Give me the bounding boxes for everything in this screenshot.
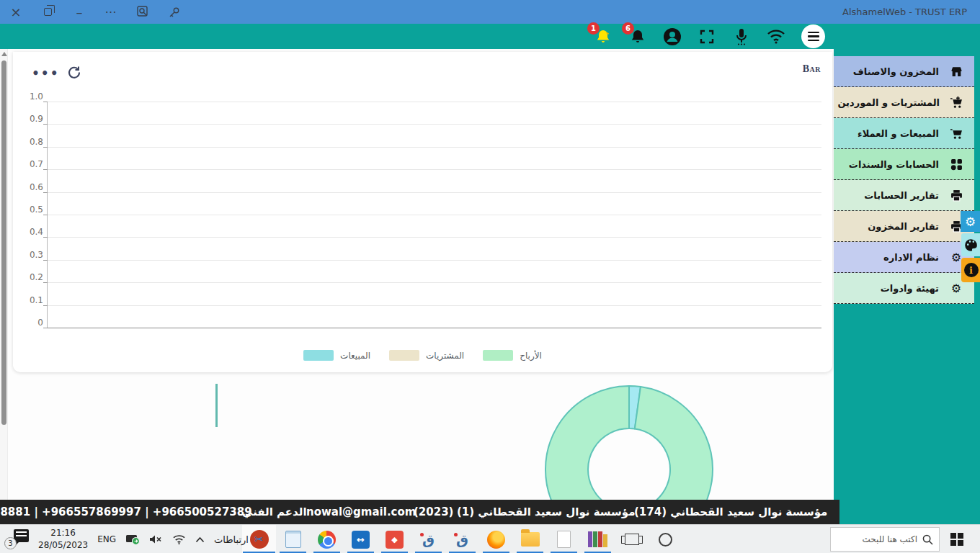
y-tick-label: 0.4	[14, 227, 43, 237]
scissors-icon: ✂	[250, 530, 269, 549]
cortana-icon	[659, 533, 672, 547]
support-email: nowal@gmail.com	[306, 500, 416, 524]
y-tick-label: 0.1	[14, 295, 43, 305]
taskbar-app-remote[interactable]: ◆	[378, 525, 411, 553]
y-tick-mark	[43, 305, 48, 306]
language-indicator[interactable]: ENG	[97, 534, 116, 544]
printer-icon	[950, 189, 963, 202]
legend-item-sales[interactable]: المبيعات	[303, 350, 370, 361]
alerts-bell-icon[interactable]: 1	[594, 27, 612, 46]
taskbar-clock[interactable]: 21:16 28/05/2023	[38, 527, 88, 552]
alshamel-logo-icon: ق	[422, 533, 435, 547]
sidebar-item-admin-system[interactable]: نظام الاداره ⚙	[834, 242, 974, 273]
notifications-badge: 6	[622, 22, 634, 35]
task-view-icon	[625, 534, 639, 545]
x-axis-line	[48, 328, 821, 328]
y-tick-mark	[43, 260, 48, 261]
company-1-label: مؤسسة نوال سعيد القحطاني (1)	[457, 500, 635, 524]
window-titlebar: × – ⋯ AlshamelWeb - TRUST ERP	[0, 0, 980, 24]
sidebar-item-sales-customers[interactable]: المبيعات و العملاء	[834, 118, 974, 149]
preview-search-icon[interactable]	[127, 0, 159, 24]
taskbar-app-alshamel-2[interactable]: ق	[445, 525, 479, 553]
close-icon[interactable]: ×	[0, 0, 32, 24]
y-tick-label: 0.6	[14, 182, 43, 192]
sidebar-item-inventory-reports[interactable]: تقارير المخزون	[834, 211, 974, 242]
cart-plus-icon	[950, 96, 963, 109]
purchases-legend-swatch	[389, 350, 419, 361]
fullscreen-icon[interactable]	[698, 27, 716, 46]
donut-chart[interactable]	[543, 383, 716, 500]
gridline	[48, 260, 821, 261]
links-toolbar-label[interactable]: ارتباطات	[214, 534, 249, 545]
volume-muted-icon[interactable]	[149, 534, 163, 545]
more-options-icon[interactable]: ⋯	[95, 0, 127, 24]
chart-menu-dots[interactable]: •••	[32, 66, 60, 81]
info-icon: i	[964, 263, 979, 277]
sidebar-item-inventory[interactable]: المخزون والاصناف	[834, 56, 974, 87]
firefox-icon	[487, 531, 505, 549]
menu-hamburger-icon[interactable]	[801, 24, 825, 48]
search-input[interactable]	[838, 534, 917, 544]
taskbar-app-document[interactable]	[547, 525, 581, 553]
restore-icon[interactable]	[32, 0, 63, 24]
legend-item-purchases[interactable]: المشتريات	[389, 350, 464, 361]
scrollbar-up-arrow[interactable]	[1, 52, 7, 56]
taskbar-app-teamviewer[interactable]: ↔	[344, 525, 378, 553]
action-center-icon[interactable]: 3	[4, 529, 29, 549]
info-button[interactable]: i	[961, 258, 980, 282]
notifications-bell-icon[interactable]: 6	[628, 27, 647, 46]
taskbar-app-chrome[interactable]	[310, 525, 344, 553]
y-tick-mark	[43, 215, 48, 215]
alerts-badge: 1	[587, 22, 600, 35]
cortana-button[interactable]	[649, 525, 682, 553]
sidebar-item-purchases-suppliers[interactable]: المشتريات و الموردين	[834, 87, 974, 118]
sidebar-item-setup-tools[interactable]: تهيئة وادوات ⚙	[834, 273, 974, 304]
wifi-tray-icon[interactable]	[172, 534, 186, 545]
y-tick-mark	[43, 147, 48, 148]
y-tick-mark	[43, 282, 48, 283]
company-174-label: مؤسسة نوال سعيد القحطاني (174)	[634, 500, 827, 524]
company-info-bar: مؤسسة نوال سعيد القحطاني (174) مؤسسة نوا…	[0, 500, 839, 524]
display-security-icon[interactable]	[125, 534, 140, 545]
theme-palette-button[interactable]	[961, 233, 980, 256]
user-avatar-icon[interactable]	[663, 27, 682, 46]
y-tick-label: 0.9	[14, 114, 43, 124]
donut-slice[interactable]	[545, 386, 713, 500]
minimize-icon[interactable]: –	[63, 0, 95, 24]
settings-button[interactable]: ⚙	[961, 211, 980, 232]
app-header: 1 6	[0, 24, 980, 49]
task-view-button[interactable]	[615, 525, 649, 553]
y-tick-mark	[43, 102, 48, 102]
taskbar-app-notepad[interactable]	[276, 525, 310, 553]
gridline	[48, 305, 821, 306]
sidebar-item-accounts-vouchers[interactable]: الحسابات والسندات	[834, 149, 974, 180]
scrollbar-thumb[interactable]	[1, 60, 6, 425]
key-icon[interactable]	[159, 0, 190, 24]
taskbar-app-explorer[interactable]	[513, 525, 547, 553]
y-tick-mark	[43, 328, 48, 328]
gridline	[48, 169, 821, 170]
refresh-icon[interactable]	[66, 65, 81, 83]
gridline	[48, 282, 821, 283]
y-tick-mark	[43, 169, 48, 170]
bar-chart-plot-area	[47, 102, 821, 328]
tray-time: 21:16	[38, 527, 88, 539]
taskbar-app-alshamel-1[interactable]: ق	[411, 525, 445, 553]
taskbar-app-firefox[interactable]	[479, 525, 513, 553]
wifi-icon[interactable]	[767, 27, 785, 46]
taskbar-app-winrar[interactable]	[581, 525, 615, 553]
vertical-scrollbar[interactable]	[0, 49, 8, 500]
microphone-icon[interactable]	[732, 27, 751, 46]
purchases-legend-label: المشتريات	[426, 351, 464, 361]
taskbar-search[interactable]	[830, 527, 940, 552]
start-button[interactable]	[943, 525, 971, 553]
sidebar-item-account-reports[interactable]: تقارير الحسابات	[834, 180, 974, 211]
tray-date: 28/05/2023	[38, 539, 88, 552]
palette-icon	[964, 238, 978, 252]
gridline	[48, 215, 821, 215]
sidebar-nav: المخزون والاصناف المشتريات و الموردين ال…	[834, 49, 980, 524]
hidden-icons-chevron[interactable]	[195, 536, 205, 543]
gridline	[48, 237, 821, 238]
legend-item-profits[interactable]: الأرباح	[483, 350, 542, 361]
winrar-icon	[588, 531, 607, 547]
